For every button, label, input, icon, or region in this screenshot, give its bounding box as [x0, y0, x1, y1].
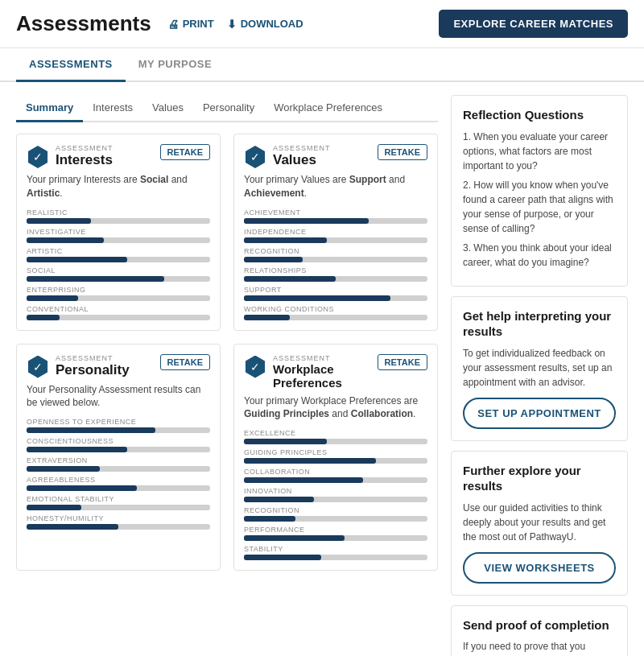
personality-desc: Your Personality Assessment results can … [27, 383, 210, 411]
nav-tabs: ASSESSMENTS MY PURPOSE [0, 48, 644, 82]
bar-enterprising: ENTERPRISING [27, 286, 210, 301]
personality-assessment-label: ASSESSMENT [56, 354, 130, 362]
explore-career-matches-button[interactable]: EXPLORE CAREER MATCHES [439, 10, 628, 38]
interests-retake-button[interactable]: RETAKE [160, 144, 210, 160]
reflection-q3: 3. When you think about your ideal caree… [463, 241, 616, 270]
personality-card: ✓ ASSESSMENT Personality RETAKE Your Per… [16, 344, 221, 571]
workplace-check-icon: ✓ [250, 361, 260, 373]
personality-retake-button[interactable]: RETAKE [160, 354, 210, 370]
workplace-assessment-label: ASSESSMENT [273, 354, 378, 362]
further-explore-card: Further explore your results Use our gui… [451, 451, 628, 596]
tab-interests[interactable]: Interests [83, 95, 142, 122]
values-desc: Your primary Values are Support and Achi… [244, 173, 427, 200]
left-panel: Summary Interests Values Personality Wor… [16, 95, 438, 656]
bar-support: SUPPORT [244, 286, 427, 301]
assessment-tabs: Summary Interests Values Personality Wor… [16, 95, 438, 122]
bar-honesty-humility: HONESTY/HUMILITY [27, 514, 210, 530]
header-actions: PRINT DOWNLOAD EXPLORE CAREER MATCHES [167, 10, 628, 38]
values-card: ✓ ASSESSMENT Values RETAKE Your primary … [233, 134, 438, 331]
interests-assessment-label: ASSESSMENT [56, 144, 114, 152]
bar-achievement: ACHIEVEMENT [244, 208, 427, 224]
bar-realistic: REALISTIC [27, 208, 210, 224]
print-icon [167, 18, 179, 31]
bar-emotional-stability: EMOTIONAL STABILITY [27, 495, 210, 510]
bar-recognition-wp: RECOGNITION [244, 506, 427, 522]
send-proof-text: If you need to prove that you completed … [463, 639, 616, 656]
workplace-card: ✓ ASSESSMENT Workplace Preferences RETAK… [233, 344, 438, 571]
get-help-body: To get individualized feedback on your a… [463, 346, 616, 390]
get-help-title: Get help interpreting your results [463, 308, 616, 340]
tab-personality[interactable]: Personality [193, 95, 264, 122]
personality-bars: OPENNESS TO EXPERIENCE CONSCIENTIOUSNESS… [27, 418, 210, 530]
bar-guiding-principles: GUIDING PRINCIPLES [244, 448, 427, 464]
workplace-label-group: ASSESSMENT Workplace Preferences [273, 354, 378, 390]
values-assessment-name: Values [273, 152, 331, 168]
assessments-grid: ✓ ASSESSMENT Interests RETAKE Your prima… [16, 134, 438, 571]
further-explore-title: Further explore your results [463, 463, 616, 494]
print-button[interactable]: PRINT [167, 18, 214, 31]
send-proof-title: Send proof of completion [463, 617, 616, 633]
workplace-retake-button[interactable]: RETAKE [378, 354, 427, 370]
interests-bars: REALISTIC INVESTIGATIVE ARTISTIC SOCIAL [27, 208, 210, 320]
interests-title-group: ✓ ASSESSMENT Interests [27, 144, 114, 168]
values-check-icon: ✓ [250, 151, 260, 163]
interests-check-icon: ✓ [33, 151, 43, 163]
page-title: Assessments [16, 11, 151, 36]
send-proof-card: Send proof of completion If you need to … [451, 605, 628, 657]
workplace-card-header: ✓ ASSESSMENT Workplace Preferences RETAK… [244, 354, 427, 390]
interests-hex-icon: ✓ [27, 146, 49, 168]
bar-recognition: RECOGNITION [244, 247, 427, 262]
reflection-q2: 2. How will you know when you've found a… [463, 178, 616, 236]
main-content: Summary Interests Values Personality Wor… [0, 82, 644, 656]
reflection-questions-card: Reflection Questions 1. When you evaluat… [451, 95, 628, 287]
interests-label-group: ASSESSMENT Interests [56, 144, 114, 168]
bar-innovation: INNOVATION [244, 487, 427, 502]
workplace-hex-icon: ✓ [244, 356, 266, 378]
view-worksheets-button[interactable]: VIEW WORKSHEETS [463, 552, 616, 584]
interests-assessment-name: Interests [56, 152, 114, 168]
right-panel: Reflection Questions 1. When you evaluat… [451, 95, 628, 656]
bar-independence: INDEPENDENCE [244, 228, 427, 243]
page-header: Assessments PRINT DOWNLOAD EXPLORE CAREE… [0, 0, 644, 48]
bar-extraversion: EXTRAVERSION [27, 456, 210, 472]
interests-card-header: ✓ ASSESSMENT Interests RETAKE [27, 144, 210, 168]
bar-stability: STABILITY [244, 545, 427, 560]
reflection-questions-body: 1. When you evaluate your career options… [463, 130, 616, 270]
bar-agreeableness: AGREEABLENESS [27, 476, 210, 491]
tab-workplace-preferences[interactable]: Workplace Preferences [264, 95, 392, 122]
download-button[interactable]: DOWNLOAD [227, 18, 303, 31]
personality-title-group: ✓ ASSESSMENT Personality [27, 354, 130, 378]
workplace-title-group: ✓ ASSESSMENT Workplace Preferences [244, 354, 378, 390]
reflection-q1: 1. When you evaluate your career options… [463, 130, 616, 173]
personality-card-header: ✓ ASSESSMENT Personality RETAKE [27, 354, 210, 378]
tab-values[interactable]: Values [142, 95, 193, 122]
bar-relationships: RELATIONSHIPS [244, 266, 427, 282]
send-proof-body: If you need to prove that you completed … [463, 639, 616, 656]
values-card-header: ✓ ASSESSMENT Values RETAKE [244, 144, 427, 168]
tab-my-purpose[interactable]: MY PURPOSE [126, 48, 225, 82]
values-retake-button[interactable]: RETAKE [378, 144, 427, 160]
bar-conscientiousness: CONSCIENTIOUSNESS [27, 437, 210, 452]
workplace-assessment-name: Workplace Preferences [273, 362, 378, 390]
personality-check-icon: ✓ [33, 361, 43, 373]
personality-label-group: ASSESSMENT Personality [56, 354, 130, 378]
interests-desc: Your primary Interests are Social and Ar… [27, 173, 210, 200]
reflection-questions-title: Reflection Questions [463, 107, 616, 123]
bar-working-conditions: WORKING CONDITIONS [244, 305, 427, 320]
interests-card: ✓ ASSESSMENT Interests RETAKE Your prima… [16, 134, 221, 331]
values-bars: ACHIEVEMENT INDEPENDENCE RECOGNITION REL… [244, 208, 427, 320]
further-explore-body: Use our guided activities to think deepl… [463, 501, 616, 544]
workplace-desc: Your primary Workplace Preferences are G… [244, 394, 427, 422]
tab-assessments[interactable]: ASSESSMENTS [16, 48, 126, 82]
bar-performance: PERFORMANCE [244, 526, 427, 541]
bar-conventional: CONVENTIONAL [27, 305, 210, 320]
values-title-group: ✓ ASSESSMENT Values [244, 144, 331, 168]
tab-summary[interactable]: Summary [16, 95, 83, 122]
values-hex-icon: ✓ [244, 146, 266, 168]
bar-artistic: ARTISTIC [27, 247, 210, 262]
set-up-appointment-button[interactable]: SET UP APPOINTMENT [463, 398, 616, 429]
bar-openness: OPENNESS TO EXPERIENCE [27, 418, 210, 433]
bar-collaboration: COLLABORATION [244, 468, 427, 483]
bar-investigative: INVESTIGATIVE [27, 228, 210, 243]
get-help-text: To get individualized feedback on your a… [463, 346, 616, 390]
